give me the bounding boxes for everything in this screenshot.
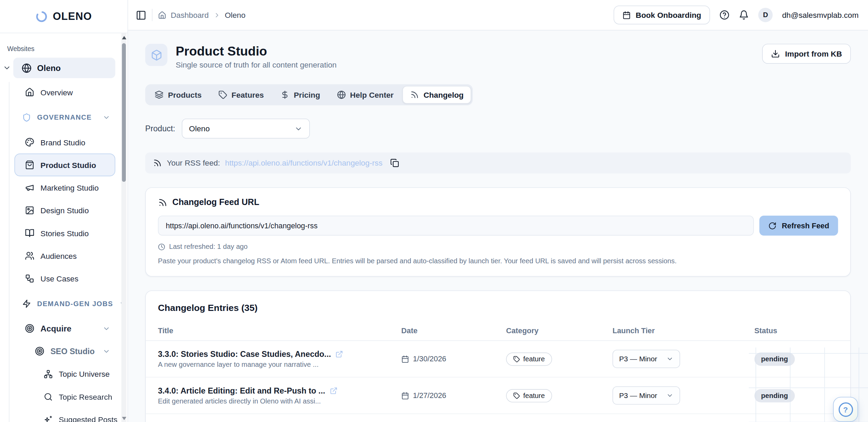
external-link-icon[interactable] — [335, 350, 343, 358]
breadcrumb: Dashboard Oleno — [158, 11, 245, 20]
brand-logo: OLENO — [0, 0, 128, 33]
sidebar-item-seo-studio[interactable]: SEO Studio — [14, 340, 115, 362]
category-badge: feature — [506, 352, 552, 366]
book-onboarding-button[interactable]: Book Onboarding — [614, 5, 710, 24]
entry-subtitle: A new governance layer to manage your na… — [158, 361, 386, 369]
launch-tier-select[interactable]: P3 — Minor — [613, 350, 680, 368]
search-icon — [44, 392, 53, 401]
scroll-up-icon[interactable] — [121, 35, 126, 40]
last-refreshed-text: Last refreshed: 1 day ago — [169, 243, 248, 251]
calendar-icon — [401, 355, 409, 363]
refresh-icon — [769, 222, 777, 230]
tab-features[interactable]: Features — [210, 86, 272, 104]
rss-icon — [158, 198, 167, 207]
refresh-feed-button[interactable]: Refresh Feed — [760, 216, 838, 236]
chevron-down-icon — [103, 325, 110, 333]
sidebar-section-websites: Websites — [7, 45, 128, 53]
entry-subtitle: Edit generated articles directly in Olen… — [158, 397, 386, 405]
chevron-down-icon — [103, 113, 110, 121]
tag-icon — [513, 356, 520, 362]
user-email: dh@salesmvplab.com — [782, 11, 858, 20]
entry-title: 3.3.0: Stories Studio: Case Studies, Ane… — [158, 350, 331, 359]
external-link-icon[interactable] — [329, 387, 337, 395]
tab-changelog[interactable]: Changelog — [402, 86, 471, 104]
target-icon — [35, 347, 44, 356]
tab-pricing[interactable]: Pricing — [273, 86, 328, 104]
network-icon — [44, 370, 53, 378]
feed-card-description: Paste your product's changelog RSS or At… — [158, 257, 838, 265]
table-header-row: Title Date Category Launch Tier Status — [146, 321, 850, 341]
tab-help-center[interactable]: Help Center — [329, 86, 401, 104]
sidebar-item-overview[interactable]: Overview — [14, 81, 115, 104]
sidebar-section-governance[interactable]: GOVERNANCE — [14, 106, 115, 129]
sidebar-toggle-icon[interactable] — [136, 10, 146, 20]
tag-icon — [218, 91, 227, 99]
entry-date: 1/27/2026 — [413, 391, 446, 400]
sidebar-item-topic-research[interactable]: Topic Research — [14, 385, 115, 408]
topbar: Dashboard Oleno Book Onboarding — [128, 0, 868, 31]
chevron-down-icon[interactable] — [0, 64, 13, 72]
help-circle-icon[interactable] — [720, 10, 730, 20]
palette-icon — [25, 137, 34, 147]
sidebar-item-product-studio[interactable]: Product Studio — [14, 154, 115, 176]
column-category: Category — [506, 327, 612, 335]
shopping-bag-icon — [25, 160, 34, 169]
sidebar-item-use-cases[interactable]: Use Cases — [14, 267, 115, 290]
column-launch-tier: Launch Tier — [613, 327, 755, 335]
table-row: 3.3.0: Stories Studio: Case Studies, Ane… — [146, 341, 850, 378]
column-date: Date — [401, 327, 506, 335]
tab-bar: Products Features Pricing — [145, 84, 473, 105]
status-badge: pending — [755, 389, 795, 402]
clock-icon — [158, 243, 165, 251]
scrollbar-thumb[interactable] — [122, 43, 126, 182]
sidebar-item-oleno[interactable]: Oleno — [0, 58, 115, 78]
breadcrumb-current[interactable]: Oleno — [225, 11, 245, 20]
chevron-down-icon — [666, 392, 673, 399]
sparkles-icon — [44, 415, 53, 422]
product-label: Product: — [145, 124, 175, 133]
floating-help-button[interactable] — [833, 397, 858, 422]
shield-icon — [22, 113, 31, 122]
entry-date: 1/30/2026 — [413, 355, 446, 363]
sidebar-item-suggested-posts[interactable]: Suggested Posts — [14, 408, 115, 422]
tab-products[interactable]: Products — [147, 86, 209, 104]
sidebar-section-demand-gen-jobs[interactable]: DEMAND-GEN JOBS — [14, 292, 115, 315]
dollar-icon — [280, 91, 289, 99]
page-title: Product Studio — [176, 44, 337, 59]
sidebar: OLENO Websites Oleno — [0, 0, 128, 422]
launch-tier-select[interactable]: P3 — Minor — [613, 387, 680, 405]
copy-icon[interactable] — [390, 159, 399, 168]
sidebar-item-design-studio[interactable]: Design Studio — [14, 199, 115, 221]
globe-icon — [337, 91, 346, 99]
changelog-feed-card: Changelog Feed URL Refresh Feed L — [145, 188, 851, 277]
sidebar-item-acquire[interactable]: Acquire — [14, 317, 115, 340]
rss-icon — [410, 91, 419, 99]
sidebar-item-marketing-studio[interactable]: Marketing Studio — [14, 176, 115, 199]
sidebar-item-audiences[interactable]: Audiences — [14, 244, 115, 267]
sidebar-item-stories-studio[interactable]: Stories Studio — [14, 222, 115, 244]
feed-url-input[interactable] — [158, 216, 754, 236]
product-select[interactable]: Oleno — [182, 119, 310, 139]
scroll-down-icon[interactable] — [121, 416, 126, 421]
home-icon — [25, 87, 34, 97]
column-title: Title — [158, 327, 401, 335]
bell-icon[interactable] — [739, 10, 749, 20]
users-icon — [25, 251, 34, 260]
help-icon — [839, 402, 853, 417]
import-from-kb-button[interactable]: Import from KB — [762, 44, 851, 64]
brand-ring-icon — [36, 10, 48, 23]
home-icon[interactable] — [158, 11, 166, 19]
main-content: Product Studio Single source of truth fo… — [128, 31, 868, 422]
breadcrumb-dashboard[interactable]: Dashboard — [171, 11, 209, 20]
sidebar-item-topic-universe[interactable]: Topic Universe — [14, 362, 115, 385]
sidebar-nav: Websites Oleno Overview — [0, 45, 128, 422]
layers-icon — [155, 91, 164, 99]
status-badge: pending — [755, 352, 795, 366]
rss-feed-link[interactable]: https://api.oleno.ai/functions/v1/change… — [225, 159, 382, 168]
book-open-icon — [25, 228, 34, 238]
sidebar-item-brand-studio[interactable]: Brand Studio — [14, 131, 115, 154]
entries-title: Changelog Entries (35) — [146, 303, 850, 314]
avatar[interactable]: D — [758, 8, 773, 22]
chevron-down-icon — [666, 355, 673, 363]
sidebar-scrollbar[interactable] — [121, 33, 126, 422]
